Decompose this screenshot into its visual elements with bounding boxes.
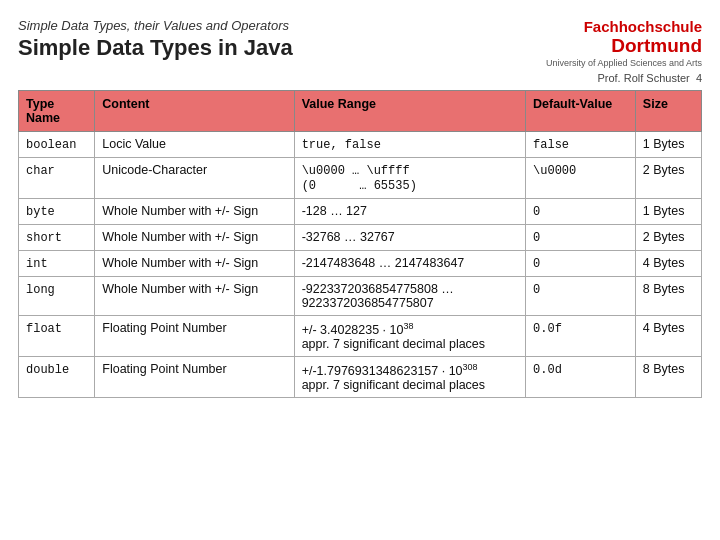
cell-default: false (526, 131, 636, 157)
col-value-range: Value Range (294, 90, 525, 131)
cell-type: float (19, 315, 95, 356)
cell-type: long (19, 276, 95, 315)
col-size: Size (635, 90, 701, 131)
table-row: double Floating Point Number +/-1.797693… (19, 357, 702, 398)
table-row: byte Whole Number with +/- Sign -128 … 1… (19, 198, 702, 224)
cell-type: double (19, 357, 95, 398)
prof-name: Prof. Rolf Schuster (597, 72, 689, 84)
cell-content: Unicode-Character (95, 157, 294, 198)
logo-dortmund: Dortmund (542, 36, 702, 57)
cell-size: 4 Bytes (635, 250, 701, 276)
cell-content: Locic Value (95, 131, 294, 157)
cell-size: 1 Bytes (635, 198, 701, 224)
cell-content: Whole Number with +/- Sign (95, 224, 294, 250)
logo-fh: Fachhochschule (542, 18, 702, 36)
cell-type: byte (19, 198, 95, 224)
table-row: float Floating Point Number +/- 3.402823… (19, 315, 702, 356)
logo-sub: University of Applied Sciences and Arts (542, 58, 702, 68)
cell-type: int (19, 250, 95, 276)
cell-type: short (19, 224, 95, 250)
page: Simple Data Types, their Values and Oper… (0, 0, 720, 408)
cell-value-range: -128 … 127 (294, 198, 525, 224)
cell-content: Floating Point Number (95, 357, 294, 398)
cell-value-range: -2147483648 … 2147483647 (294, 250, 525, 276)
cell-value-range: \u0000 … \uffff(0 … 65535) (294, 157, 525, 198)
cell-size: 8 Bytes (635, 276, 701, 315)
cell-default: 0 (526, 276, 636, 315)
table-row: long Whole Number with +/- Sign -9223372… (19, 276, 702, 315)
col-type-name: TypeName (19, 90, 95, 131)
cell-size: 4 Bytes (635, 315, 701, 356)
table-row: int Whole Number with +/- Sign -21474836… (19, 250, 702, 276)
cell-default: 0.0f (526, 315, 636, 356)
page-number: 4 (696, 72, 702, 84)
table-header-row: TypeName Content Value Range Default-Val… (19, 90, 702, 131)
cell-default: 0 (526, 198, 636, 224)
cell-value-range: +/- 3.4028235 · 1038appr. 7 significant … (294, 315, 525, 356)
cell-value-range: true, false (294, 131, 525, 157)
cell-default: 0 (526, 224, 636, 250)
col-content: Content (95, 90, 294, 131)
title-block: Simple Data Types, their Values and Oper… (18, 18, 542, 61)
cell-size: 1 Bytes (635, 131, 701, 157)
col-default-value: Default-Value (526, 90, 636, 131)
main-title: Simple Data Types in Java (18, 35, 542, 61)
cell-default: 0.0d (526, 357, 636, 398)
cell-type: char (19, 157, 95, 198)
cell-value-range: +/-1.7976931348623157 · 10308appr. 7 sig… (294, 357, 525, 398)
cell-content: Whole Number with +/- Sign (95, 276, 294, 315)
cell-size: 2 Bytes (635, 224, 701, 250)
cell-size: 8 Bytes (635, 357, 701, 398)
table-row: char Unicode-Character \u0000 … \uffff(0… (19, 157, 702, 198)
data-types-table: TypeName Content Value Range Default-Val… (18, 90, 702, 398)
cell-default: 0 (526, 250, 636, 276)
cell-value-range: -9223372036854775808 …922337203685477580… (294, 276, 525, 315)
cell-size: 2 Bytes (635, 157, 701, 198)
cell-default: \u0000 (526, 157, 636, 198)
table-row: short Whole Number with +/- Sign -32768 … (19, 224, 702, 250)
cell-type: boolean (19, 131, 95, 157)
cell-content: Whole Number with +/- Sign (95, 250, 294, 276)
subtitle: Simple Data Types, their Values and Oper… (18, 18, 542, 33)
prof-line: Prof. Rolf Schuster 4 (18, 72, 702, 84)
logo-block: Fachhochschule Dortmund University of Ap… (542, 18, 702, 68)
cell-content: Floating Point Number (95, 315, 294, 356)
header-area: Simple Data Types, their Values and Oper… (18, 18, 702, 68)
cell-value-range: -32768 … 32767 (294, 224, 525, 250)
cell-content: Whole Number with +/- Sign (95, 198, 294, 224)
table-row: boolean Locic Value true, false false 1 … (19, 131, 702, 157)
